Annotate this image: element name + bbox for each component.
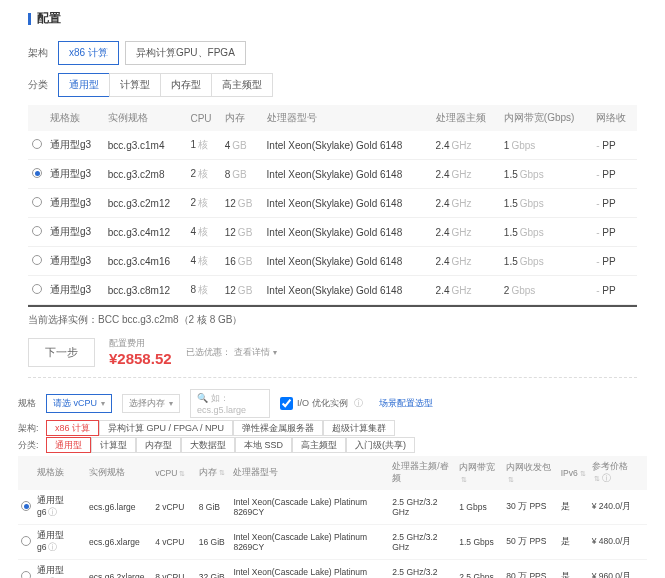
vcpu-dropdown[interactable]: 请选 vCPU▾ [46, 394, 112, 413]
col2-header[interactable]: 实例规格 [86, 456, 152, 490]
col2-header[interactable]: 参考价格⇅ⓘ [589, 456, 647, 490]
category-label: 分类 [28, 78, 58, 92]
proc-cell: Intel Xeon(Skylake) Gold 6148 [263, 189, 432, 218]
sort-icon[interactable]: ⇅ [580, 470, 586, 477]
col2-header[interactable]: 处理器主频/睿频 [389, 456, 456, 490]
discount-label: 已选优惠： [186, 346, 231, 359]
help-icon[interactable]: ⓘ [354, 397, 363, 410]
cpu-cell: 1核 [186, 131, 220, 160]
col2-header[interactable]: 内存⇅ [196, 456, 231, 490]
arch-tab-1[interactable]: 异构计算GPU、FPGA [125, 41, 246, 65]
arch2-chip-3[interactable]: 超级计算集群 [323, 420, 395, 436]
sort-icon[interactable]: ⇅ [179, 470, 185, 477]
cpu-cell: 4核 [186, 218, 220, 247]
cat2-chip-5[interactable]: 高主频型 [292, 437, 346, 453]
price-cell: ¥ 480.0/月 [589, 525, 647, 560]
col2-header[interactable]: IPv6⇅ [558, 456, 589, 490]
vcpu-cell: 2 vCPU [152, 490, 196, 525]
cat2-chip-6[interactable]: 入门级(共享) [346, 437, 415, 453]
bw-cell: 1.5Gbps [500, 160, 592, 189]
col-header: 实例规格 [104, 105, 187, 131]
cat2-label: 分类: [18, 439, 42, 452]
sort-icon[interactable]: ⇅ [219, 469, 225, 476]
col2-header[interactable]: vCPU⇅ [152, 456, 196, 490]
row-radio[interactable] [21, 571, 31, 578]
proc-cell: Intel Xeon(Skylake) Gold 6148 [263, 276, 432, 305]
proc-cell: Intel Xeon(Cascade Lake) Platinum 8269CY [230, 490, 389, 525]
mem-cell: 12GB [221, 276, 263, 305]
help-icon[interactable]: ⓘ [602, 473, 611, 483]
freq-cell: 2.4GHz [432, 131, 500, 160]
category-tab-2[interactable]: 内存型 [160, 73, 212, 97]
scene-config-link[interactable]: 场景配置选型 [379, 397, 433, 410]
category-tab-3[interactable]: 高主频型 [211, 73, 273, 97]
table-row[interactable]: 通用型g3bcc.g3.c1m41核4GBIntel Xeon(Skylake)… [28, 131, 637, 160]
config-title: 配置 [37, 10, 61, 27]
family-cell: 通用型g3 [46, 160, 104, 189]
table-row[interactable]: 通用型g3bcc.g3.c4m124核12GBIntel Xeon(Skylak… [28, 218, 637, 247]
arch-tab-0[interactable]: x86 计算 [58, 41, 119, 65]
category-tab-0[interactable]: 通用型 [58, 73, 110, 97]
mem-cell: 12GB [221, 218, 263, 247]
spec-table-2: 规格族实例规格vCPU⇅内存⇅处理器型号处理器主频/睿频内网带宽⇅内网收发包⇅I… [18, 456, 647, 578]
col2-header: 规格族 [34, 456, 86, 490]
table-row[interactable]: 通用型 g6ⓘecs.g6.2xlarge8 vCPU32 GiBIntel X… [18, 560, 647, 579]
table-row[interactable]: 通用型g3bcc.g3.c2m82核8GBIntel Xeon(Skylake)… [28, 160, 637, 189]
discount-detail-link[interactable]: 查看详情 [234, 346, 270, 359]
arch2-chip-2[interactable]: 弹性裸金属服务器 [233, 420, 323, 436]
spec-cell: bcc.g3.c8m12 [104, 276, 187, 305]
spec-filter-label: 规格 [18, 397, 36, 410]
sort-icon[interactable]: ⇅ [461, 476, 467, 483]
selection-summary: 当前选择实例：BCC bcc.g3.c2m8（2 核 8 GB） [28, 305, 637, 331]
header-bar-icon [28, 13, 31, 25]
next-button[interactable]: 下一步 [28, 338, 95, 367]
help-icon[interactable]: ⓘ [48, 507, 57, 517]
cat2-chip-3[interactable]: 大数据型 [181, 437, 235, 453]
col-header: 规格族 [46, 105, 104, 131]
chevron-down-icon: ▾ [101, 399, 105, 408]
col2-header[interactable]: 内网带宽⇅ [456, 456, 503, 490]
bw-cell: 2Gbps [500, 276, 592, 305]
row-radio[interactable] [32, 255, 42, 265]
price-label: 配置费用 [109, 337, 172, 350]
mem-cell: 8GB [221, 160, 263, 189]
row-radio[interactable] [21, 501, 31, 511]
freq-cell: 2.4GHz [432, 218, 500, 247]
bw-cell: 1.5Gbps [500, 189, 592, 218]
col2-header[interactable]: 内网收发包⇅ [503, 456, 557, 490]
proc-cell: Intel Xeon(Cascade Lake) Platinum 8269CY [230, 560, 389, 579]
net-cell: - PP [592, 131, 637, 160]
table-row[interactable]: 通用型 g6ⓘecs.g6.xlarge4 vCPU16 GiBIntel Xe… [18, 525, 647, 560]
arch2-chip-0[interactable]: x86 计算 [46, 420, 99, 436]
arch2-chip-1[interactable]: 异构计算 GPU / FPGA / NPU [99, 420, 233, 436]
cat2-chip-0[interactable]: 通用型 [46, 437, 91, 453]
bw-cell: 1.5Gbps [500, 218, 592, 247]
row-radio[interactable] [32, 226, 42, 236]
table-row[interactable]: 通用型g3bcc.g3.c8m128核12GBIntel Xeon(Skylak… [28, 276, 637, 305]
cat2-chip-4[interactable]: 本地 SSD [235, 437, 292, 453]
family-cell: 通用型g3 [46, 247, 104, 276]
row-radio[interactable] [32, 139, 42, 149]
io-optimized-checkbox[interactable]: I/O 优化实例ⓘ [280, 397, 363, 410]
net-cell: - PP [592, 189, 637, 218]
row-radio[interactable] [32, 197, 42, 207]
row-radio[interactable] [21, 536, 31, 546]
table-row[interactable]: 通用型g3bcc.g3.c2m122核12GBIntel Xeon(Skylak… [28, 189, 637, 218]
row-radio[interactable] [32, 168, 42, 178]
category-tab-1[interactable]: 计算型 [109, 73, 161, 97]
table-row[interactable]: 通用型g3bcc.g3.c4m164核16GBIntel Xeon(Skylak… [28, 247, 637, 276]
cat2-chip-1[interactable]: 计算型 [91, 437, 136, 453]
row-radio[interactable] [32, 284, 42, 294]
help-icon[interactable]: ⓘ [48, 542, 57, 552]
cpu-cell: 2核 [186, 189, 220, 218]
cat2-chip-2[interactable]: 内存型 [136, 437, 181, 453]
sort-icon[interactable]: ⇅ [508, 476, 514, 483]
table-row[interactable]: 通用型 g6ⓘecs.g6.large2 vCPU8 GiBIntel Xeon… [18, 490, 647, 525]
mem-dropdown[interactable]: 选择内存▾ [122, 394, 180, 413]
net-cell: - PP [592, 218, 637, 247]
search-input[interactable]: 🔍 如：ecs.g5.large [190, 389, 270, 418]
sort-icon[interactable]: ⇅ [594, 475, 600, 482]
proc-cell: Intel Xeon(Cascade Lake) Platinum 8269CY [230, 525, 389, 560]
vcpu-cell: 8 vCPU [152, 560, 196, 579]
price-cell: ¥ 960.0/月 [589, 560, 647, 579]
